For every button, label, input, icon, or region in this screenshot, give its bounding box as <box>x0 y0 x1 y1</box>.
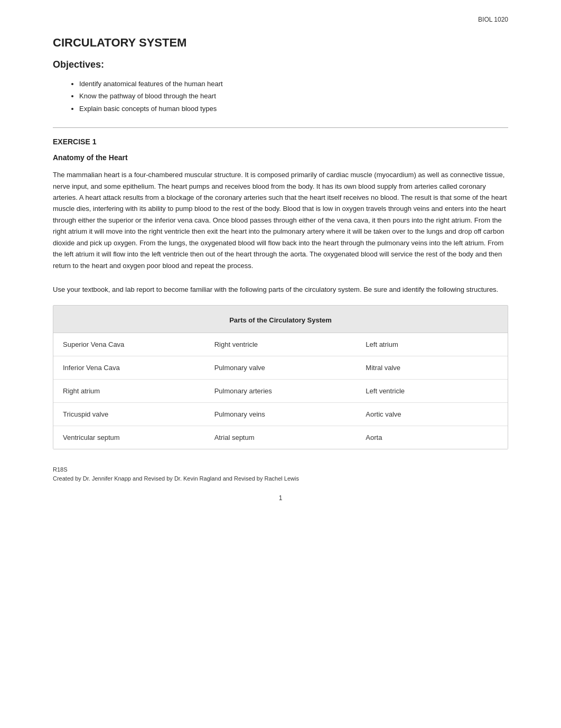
objective-item-2: Know the pathway of blood through the he… <box>79 90 508 102</box>
course-label: BIOL 1020 <box>478 16 508 23</box>
main-title: CIRCULATORY SYSTEM <box>53 36 508 50</box>
table-row: Superior Vena Cava Right ventricle Left … <box>53 333 508 356</box>
objectives-title: Objectives: <box>53 59 508 70</box>
cell-r1-c1: Superior Vena Cava <box>53 333 205 356</box>
circulatory-table: Parts of the Circulatory System Superior… <box>53 305 508 449</box>
table-row: Inferior Vena Cava Pulmonary valve Mitra… <box>53 356 508 379</box>
exercise1-title: EXERCISE 1 <box>53 137 508 146</box>
cell-r2-c2: Pulmonary valve <box>205 356 357 379</box>
table-row: Ventricular septum Atrial septum Aorta <box>53 426 508 449</box>
cell-r3-c3: Left ventricle <box>356 380 508 402</box>
cell-r5-c1: Ventricular septum <box>53 426 205 449</box>
divider-1 <box>53 127 508 128</box>
page-number: 1 <box>53 494 508 502</box>
cell-r5-c2: Atrial septum <box>205 426 357 449</box>
anatomy-body-text: The mammalian heart is a four-chambered … <box>53 169 508 271</box>
cell-r2-c1: Inferior Vena Cava <box>53 356 205 379</box>
cell-r4-c2: Pulmonary veins <box>205 403 357 426</box>
objectives-list: Identify anatomical features of the huma… <box>79 78 508 115</box>
cell-r3-c2: Pulmonary arteries <box>205 380 357 402</box>
cell-r5-c3: Aorta <box>356 426 508 449</box>
footer: R18S Created by Dr. Jennifer Knapp and R… <box>53 465 508 484</box>
anatomy-subtitle: Anatomy of the Heart <box>53 153 508 162</box>
objective-item-1: Identify anatomical features of the huma… <box>79 78 508 90</box>
cell-r1-c2: Right ventricle <box>205 333 357 356</box>
cell-r4-c3: Aortic valve <box>356 403 508 426</box>
footer-line2: Created by Dr. Jennifer Knapp and Revise… <box>53 474 508 484</box>
table-body: Superior Vena Cava Right ventricle Left … <box>53 333 508 449</box>
table-row: Right atrium Pulmonary arteries Left ven… <box>53 379 508 402</box>
use-textbook-text: Use your textbook, and lab report to bec… <box>53 284 508 295</box>
objective-item-3: Explain basic concepts of human blood ty… <box>79 103 508 115</box>
table-title: Parts of the Circulatory System <box>53 312 508 333</box>
cell-r2-c3: Mitral valve <box>356 356 508 379</box>
cell-r1-c3: Left atrium <box>356 333 508 356</box>
cell-r4-c1: Tricuspid valve <box>53 403 205 426</box>
cell-r3-c1: Right atrium <box>53 380 205 402</box>
page: BIOL 1020 CIRCULATORY SYSTEM Objectives:… <box>0 0 561 728</box>
footer-line1: R18S <box>53 465 508 475</box>
table-row: Tricuspid valve Pulmonary veins Aortic v… <box>53 402 508 426</box>
